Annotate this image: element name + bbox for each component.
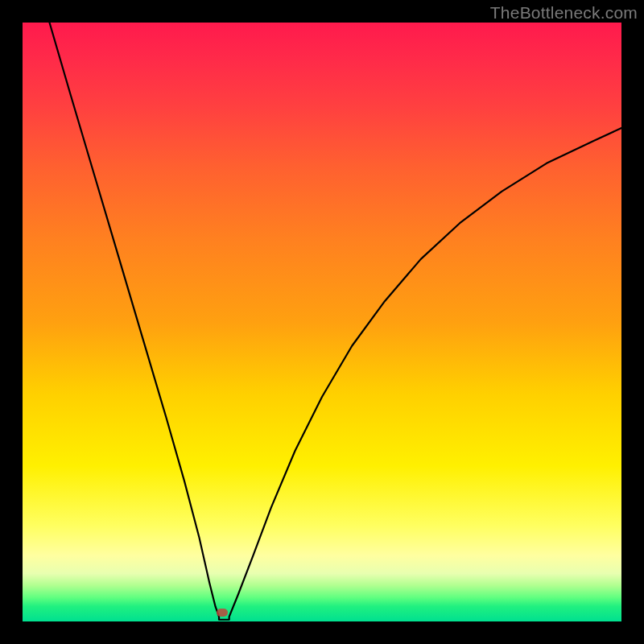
bottleneck-curve xyxy=(23,23,621,621)
plot-area xyxy=(23,23,621,621)
minimum-marker xyxy=(217,609,228,617)
watermark-text: TheBottleneck.com xyxy=(490,3,638,23)
chart-frame: TheBottleneck.com xyxy=(0,0,644,644)
